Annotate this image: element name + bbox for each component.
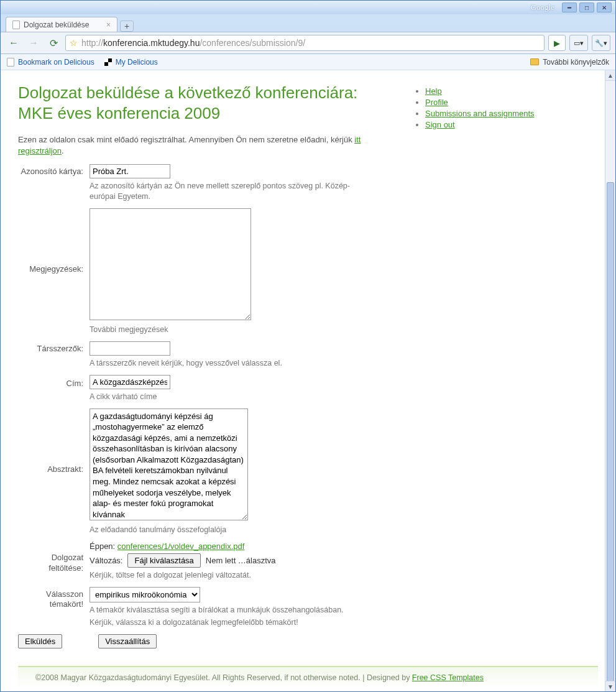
- intro-text: Ezen az oldalon csak mint előadó regiszt…: [18, 134, 379, 157]
- bookmark-more[interactable]: További könyvjelzők: [530, 58, 609, 67]
- notes-label: Megjegyzések:: [18, 208, 83, 275]
- page-menu-button[interactable]: ▭▾: [569, 35, 588, 51]
- nav-help-link[interactable]: Help: [425, 86, 442, 96]
- page-icon: [12, 21, 20, 29]
- window-minimize-button[interactable]: ━: [562, 2, 577, 12]
- forward-button[interactable]: →: [25, 35, 42, 51]
- back-button[interactable]: ←: [6, 35, 22, 51]
- nav-profile-link[interactable]: Profile: [425, 98, 448, 107]
- badge-label: Azonosító kártya:: [18, 164, 83, 177]
- tab-close-button[interactable]: ×: [106, 21, 111, 29]
- reset-button[interactable]: Visszaállítás: [98, 634, 157, 648]
- abstract-help: Az előadandó tanulmány összefoglalója: [90, 525, 372, 535]
- current-file-line: Éppen: conferences/1/voldev_appendix.pdf: [90, 542, 393, 551]
- topic-help1: A témakör kiválasztása segíti a bírálóka…: [90, 605, 372, 616]
- submit-button[interactable]: Elküldés: [18, 634, 62, 648]
- window-close-button[interactable]: ✕: [597, 2, 612, 12]
- coauthors-input[interactable]: [90, 341, 170, 356]
- notes-textarea[interactable]: [90, 208, 251, 320]
- change-label: Változás:: [90, 556, 122, 565]
- go-button[interactable]: ▶: [548, 35, 566, 51]
- bookmark-label: My Delicious: [116, 58, 158, 67]
- nav-signout-link[interactable]: Sign out: [425, 120, 455, 129]
- title-input[interactable]: [90, 375, 170, 389]
- browser-tab[interactable]: Dolgozat beküldése ×: [6, 17, 117, 32]
- window-maximize-button[interactable]: □: [579, 2, 594, 12]
- folder-icon: [530, 58, 539, 65]
- bookmark-delicious[interactable]: Bookmark on Delicious: [7, 58, 94, 67]
- upload-help: Kérjük, töltse fel a dolgozat jelenlegi …: [90, 570, 372, 581]
- wrench-menu-button[interactable]: 🔧▾: [592, 35, 610, 51]
- file-status: Nem lett …álasztva: [206, 556, 276, 565]
- notes-help: További megjegyzések: [90, 325, 372, 335]
- abstract-label: Absztrakt:: [18, 408, 83, 475]
- badge-help: Az azonosító kártyán az Ön neve mellett …: [90, 181, 372, 202]
- topic-label: Válasszon témakört!: [18, 587, 83, 611]
- url-scheme: http://: [81, 38, 103, 48]
- current-file-link[interactable]: conferences/1/voldev_appendix.pdf: [117, 542, 245, 551]
- scroll-thumb[interactable]: [607, 182, 614, 691]
- viewport-scrollbar[interactable]: ▲ ▼: [605, 70, 615, 691]
- intro-body: Ezen az oldalon csak mint előadó regiszt…: [18, 135, 354, 144]
- bookmark-mydelicious[interactable]: My Delicious: [104, 58, 158, 67]
- sidebar-nav: Help Profile Submissions and assignments…: [411, 83, 598, 648]
- badge-input[interactable]: [90, 164, 170, 178]
- footer: ©2008 Magyar Közgazdaságtudományi Egyesü…: [18, 666, 598, 688]
- topic-select[interactable]: empirikus mikroökonómia: [90, 587, 200, 602]
- title-label: Cím:: [18, 375, 83, 389]
- footer-design-link[interactable]: Free CSS Templates: [412, 673, 484, 682]
- new-tab-button[interactable]: +: [120, 21, 134, 32]
- star-icon[interactable]: ☆: [70, 38, 78, 48]
- google-label: Google: [531, 2, 554, 12]
- coauthors-label: Társszerzők:: [18, 341, 83, 354]
- page-icon: [7, 58, 14, 67]
- coauthors-help: A társszerzők neveit kérjük, hogy vessző…: [90, 358, 372, 369]
- url-path: /conferences/submission/9/: [200, 38, 305, 48]
- address-bar[interactable]: ☆ http://konferencia.mktudegy.hu/confere…: [65, 35, 545, 51]
- bookmark-label: További könyvjelzők: [543, 58, 609, 67]
- nav-submissions-link[interactable]: Submissions and assignments: [425, 109, 535, 118]
- scroll-up-arrow[interactable]: ▲: [605, 70, 615, 81]
- upload-label: Dolgozat feltöltése:: [18, 542, 83, 574]
- intro-suffix: .: [62, 146, 64, 155]
- file-choose-button[interactable]: Fájl kiválasztása: [127, 553, 200, 568]
- abstract-textarea[interactable]: [90, 408, 248, 520]
- current-file-label: Éppen:: [90, 542, 115, 551]
- reload-button[interactable]: ⟳: [45, 35, 62, 51]
- title-help: A cikk várható címe: [90, 392, 372, 402]
- delicious-icon: [104, 58, 112, 66]
- url-host: konferencia.mktudegy.hu: [103, 38, 200, 48]
- sub-footer: Privacy | Terms | XHTML | CSS: [18, 688, 598, 691]
- bookmark-label: Bookmark on Delicious: [18, 58, 94, 67]
- scroll-down-arrow[interactable]: ▼: [605, 681, 615, 691]
- footer-copyright: ©2008 Magyar Közgazdaságtudományi Egyesü…: [35, 673, 412, 682]
- topic-help2: Kérjük, válassza ki a dolgozatának legme…: [90, 617, 372, 628]
- tab-title: Dolgozat beküldése: [24, 21, 89, 29]
- page-title: Dolgozat beküldése a következő konferenc…: [18, 83, 379, 123]
